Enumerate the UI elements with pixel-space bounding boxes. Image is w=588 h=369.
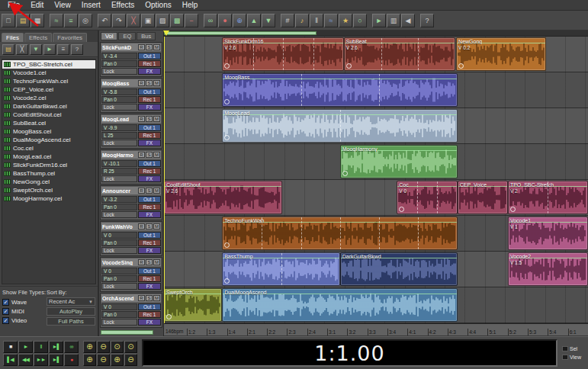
track-lock-button[interactable]: Lock bbox=[101, 104, 137, 111]
zoom-to-selection-button[interactable]: ⊙ bbox=[124, 341, 137, 353]
play-looped-button[interactable]: ∞ bbox=[64, 341, 79, 353]
audio-clip[interactable]: TPO_SBC-Stretch V 2 bbox=[508, 181, 588, 214]
audio-clip[interactable]: Coc V 0 bbox=[397, 181, 458, 214]
solo-button[interactable]: S bbox=[146, 116, 153, 122]
scrub-button[interactable]: ► bbox=[372, 14, 386, 27]
track-pan[interactable]: Pan 0 bbox=[101, 204, 137, 210]
file-list-item[interactable]: Vocode2.cel bbox=[2, 94, 95, 102]
playhead-marker-icon[interactable] bbox=[163, 30, 169, 36]
save-session-button[interactable]: ▦ bbox=[31, 14, 44, 27]
audio-clip[interactable]: NewGong V 0.2 bbox=[456, 37, 546, 71]
record-arm-button[interactable]: R bbox=[138, 44, 145, 50]
track-fx-button[interactable]: FX bbox=[138, 68, 161, 75]
track-record-device-button[interactable]: Rec 1 bbox=[138, 239, 161, 246]
track-volume[interactable]: V -10.1 bbox=[101, 160, 137, 167]
punch-in-button[interactable]: ● bbox=[218, 14, 232, 27]
track-pan[interactable]: Pan 0 bbox=[101, 239, 137, 246]
track-pan[interactable]: R 25 bbox=[101, 168, 137, 175]
audio-clip[interactable]: BassThump bbox=[222, 252, 340, 286]
track-panel-tab[interactable]: Bus bbox=[137, 32, 156, 40]
edit-view-button[interactable]: ≈ bbox=[50, 14, 63, 27]
track-volume[interactable]: V 0 bbox=[101, 232, 137, 239]
fast-forward-button[interactable]: ►► bbox=[34, 354, 48, 366]
file-list-item[interactable]: BassThump.cel bbox=[2, 169, 95, 178]
track-record-device-button[interactable]: Rec 1 bbox=[138, 60, 161, 67]
solo-button[interactable]: S bbox=[146, 223, 153, 229]
loop-duplicate-button[interactable]: ∞ bbox=[204, 14, 217, 27]
track-lock-button[interactable]: Lock bbox=[101, 211, 137, 218]
timeline-ruler[interactable]: 146bpm 1:2 1:3 1:4 2:1 2:2 2:3 2:4 3:1 bbox=[164, 323, 588, 335]
selection-field[interactable] bbox=[562, 346, 568, 351]
solo-button[interactable]: S bbox=[146, 80, 153, 86]
menu-item[interactable]: Insert bbox=[76, 0, 106, 10]
track-record-device-button[interactable]: Rec 1 bbox=[138, 204, 161, 210]
effects-rack-button[interactable]: ★ bbox=[339, 14, 352, 27]
mute-button[interactable]: M bbox=[153, 295, 160, 301]
track-output-button[interactable]: Out 1 bbox=[138, 53, 161, 59]
track-volume[interactable]: V -3.4 bbox=[101, 53, 137, 59]
files-panel-tab[interactable]: Favorites bbox=[53, 33, 87, 42]
mute-button[interactable]: M bbox=[153, 80, 160, 86]
track-fx-button[interactable]: FX bbox=[138, 247, 161, 254]
file-list-item[interactable]: DualMoogAscend.cel bbox=[2, 136, 95, 144]
file-type-row[interactable]: ✓ Video bbox=[2, 316, 43, 325]
track-fx-button[interactable]: FX bbox=[138, 319, 161, 326]
file-type-row[interactable]: ✓ Wave bbox=[2, 297, 43, 306]
track-output-button[interactable]: Out 1 bbox=[138, 88, 161, 95]
file-list-item[interactable]: DarkGuitarBkwd.cel bbox=[2, 102, 95, 111]
audio-clip[interactable]: Vocode1 V 1 bbox=[508, 217, 588, 250]
solo-button[interactable]: S bbox=[146, 259, 153, 265]
track-pan[interactable]: Pan 0 bbox=[101, 60, 137, 67]
zoom-in-horizontal-button[interactable]: ⊕ bbox=[83, 354, 96, 366]
track-fx-button[interactable]: FX bbox=[138, 104, 161, 111]
audio-clip[interactable]: DarkGuitarBkwd bbox=[340, 252, 458, 286]
file-list-item[interactable]: MoogLead.cel bbox=[2, 152, 95, 161]
audio-clip[interactable]: SlickFunkDrm16 V 2.6 bbox=[222, 37, 344, 71]
audio-clip[interactable]: MoogLead bbox=[222, 109, 458, 143]
rewind-button[interactable]: ◀◀ bbox=[18, 354, 33, 366]
track-lock-button[interactable]: Lock bbox=[101, 283, 137, 290]
track-name[interactable]: VocodeSing bbox=[102, 260, 137, 265]
track-lock-button[interactable]: Lock bbox=[101, 247, 137, 254]
cut-button[interactable]: ╳ bbox=[127, 14, 140, 27]
audio-clip[interactable]: TechnoFunkWah bbox=[222, 217, 458, 250]
track-output-button[interactable]: Out 1 bbox=[138, 303, 161, 310]
track-record-device-button[interactable]: Rec 1 bbox=[138, 132, 161, 139]
files-panel-tab[interactable]: Files bbox=[2, 33, 24, 42]
track-output-button[interactable]: Out 1 bbox=[138, 196, 161, 203]
go-to-end-button[interactable]: ►▌ bbox=[49, 354, 63, 366]
undo-button[interactable]: ↶ bbox=[98, 14, 111, 27]
record-button[interactable]: ● bbox=[64, 354, 79, 366]
zoom-out-horizontal-button[interactable]: ⊖ bbox=[97, 354, 110, 366]
track-record-device-button[interactable]: Rec 1 bbox=[138, 311, 161, 318]
mute-button[interactable]: M bbox=[153, 259, 160, 265]
audio-clip[interactable]: Vocode2 V 1.5 bbox=[508, 252, 588, 286]
checkbox-icon[interactable]: ✓ bbox=[2, 317, 9, 324]
multitrack-view-button[interactable]: ≡ bbox=[64, 14, 78, 27]
delete-button[interactable]: − bbox=[185, 14, 198, 27]
record-arm-button[interactable]: R bbox=[138, 116, 145, 122]
clip-volume-button[interactable]: ▲ bbox=[247, 14, 261, 27]
file-list-item[interactable]: TPO_SBC-Stretch.cel bbox=[2, 60, 95, 69]
paste-button[interactable]: ▨ bbox=[156, 14, 169, 27]
import-file-button[interactable]: ▼ bbox=[30, 44, 42, 55]
track-pan[interactable]: Pan 0 bbox=[101, 96, 137, 103]
track-pan[interactable]: Pan 0 bbox=[101, 311, 137, 318]
file-list-item[interactable]: Coc.cel bbox=[2, 144, 95, 152]
track-fx-button[interactable]: FX bbox=[138, 140, 161, 146]
record-arm-button[interactable]: R bbox=[138, 223, 145, 229]
file-list-item[interactable]: NewGong.cel bbox=[2, 178, 95, 186]
record-arm-button[interactable]: R bbox=[138, 188, 145, 194]
zoom-out-vertical-button[interactable]: ⊖ bbox=[124, 354, 137, 366]
menu-item[interactable]: Effects bbox=[106, 0, 140, 10]
audio-clip[interactable]: SubBeat V 2.6 bbox=[344, 37, 455, 71]
track-name[interactable]: OrchAscend bbox=[102, 296, 137, 301]
play-to-end-button[interactable]: ►▌ bbox=[49, 341, 63, 353]
file-list-item[interactable]: Vocode1.cel bbox=[2, 69, 95, 77]
file-list-item[interactable]: CoolEditShout.cel bbox=[2, 111, 95, 119]
full-paths-button[interactable]: Full Paths bbox=[47, 317, 95, 326]
sort-by-select[interactable]: Recent Ac ▼ bbox=[47, 297, 95, 306]
track-name[interactable]: MoogBass bbox=[102, 81, 137, 86]
record-arm-button[interactable]: R bbox=[138, 259, 145, 265]
zoom-out-button[interactable]: ⊖ bbox=[97, 341, 110, 353]
